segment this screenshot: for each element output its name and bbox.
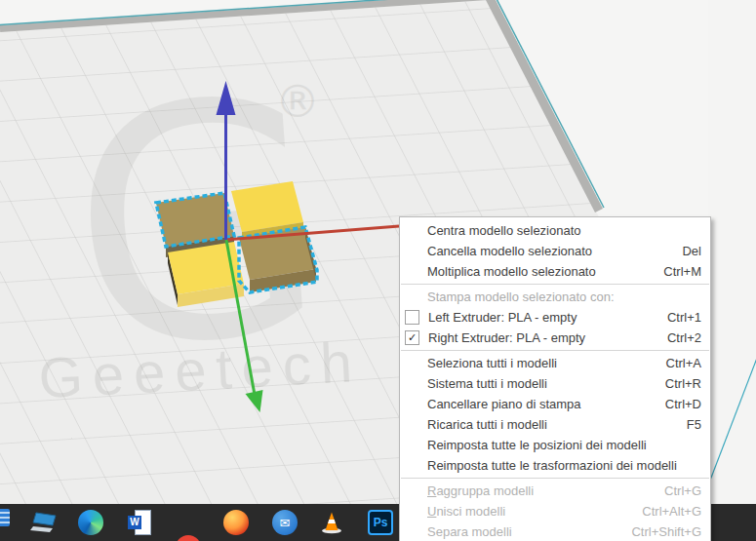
menu-item-label: Centra modello selezionato <box>427 223 581 238</box>
menu-item-label: Separa modelli <box>427 524 512 539</box>
firefox-icon[interactable] <box>223 510 249 535</box>
menu-item-shortcut: Ctrl+Alt+G <box>624 504 701 519</box>
menu-item-right-extruder[interactable]: ✓ Right Extruder: PLA - empty Ctrl+2 <box>400 328 710 348</box>
menu-item-shortcut: F5 <box>669 417 701 432</box>
menu-item-label: Sistema tutti i modelli <box>427 376 547 391</box>
start-button-icon[interactable] <box>0 509 10 526</box>
menu-item-shortcut: Ctrl+1 <box>650 310 701 325</box>
menu-item-shortcut: Del <box>664 244 701 258</box>
menu-item-multiply-model[interactable]: Moltiplica modello selezionato Ctrl+M <box>400 261 710 282</box>
menu-separator <box>401 284 709 285</box>
menu-item-clear-plate[interactable]: Cancellare piano di stampa Ctrl+D <box>400 394 710 414</box>
menu-item-merge-models: Unisci modelli Ctrl+Alt+G <box>400 501 710 522</box>
menu-item-shortcut: Ctrl+M <box>646 264 701 279</box>
menu-separator <box>401 478 709 479</box>
mail-icon[interactable]: ✉ <box>272 510 298 535</box>
menu-item-label: Cancella modello selezionato <box>427 244 592 258</box>
menu-item-label: Reimposta tutte le posizioni dei modelli <box>427 438 647 452</box>
menu-item-label: Right Extruder: PLA - empty <box>428 330 585 345</box>
menu-separator <box>401 350 709 351</box>
menu-item-select-all[interactable]: Seleziona tutti i modelli Ctrl+A <box>400 353 710 373</box>
menu-header-label: Stampa modello selezionato con: <box>427 290 615 304</box>
menu-item-center-model[interactable]: Centra modello selezionato <box>400 220 710 241</box>
menu-item-reload-all[interactable]: Ricarica tutti i modelli F5 <box>400 414 710 435</box>
menu-item-label: Moltiplica modello selezionato <box>427 264 596 279</box>
menu-item-shortcut: Ctrl+R <box>648 376 701 391</box>
menu-item-left-extruder[interactable]: Left Extruder: PLA - empty Ctrl+1 <box>400 307 710 328</box>
menu-item-delete-model[interactable]: Cancella modello selezionato Del <box>400 241 710 261</box>
menu-item-shortcut: Ctrl+G <box>647 483 701 498</box>
checkbox-unchecked[interactable] <box>405 310 419 325</box>
menu-item-arrange-all[interactable]: Sistema tutti i modelli Ctrl+R <box>400 373 710 394</box>
checkbox-checked[interactable]: ✓ <box>405 330 419 345</box>
word-letter: W <box>128 516 141 529</box>
menu-item-group-models: Raggruppa modelli Ctrl+G <box>400 481 710 501</box>
menu-item-label: Reimposta tutte le trasformazioni dei mo… <box>427 458 677 473</box>
menu-item-shortcut: Ctrl+2 <box>650 330 701 345</box>
menu-item-label: Seleziona tutti i modelli <box>427 356 557 370</box>
menu-item-label: Ricarica tutti i modelli <box>427 417 547 432</box>
menu-item-reset-positions[interactable]: Reimposta tutte le posizioni dei modelli <box>400 435 710 455</box>
menu-item-shortcut: Ctrl+Shift+G <box>614 524 701 539</box>
menu-item-label: Raggruppa modelli <box>427 483 534 498</box>
menu-item-shortcut: Ctrl+D <box>648 397 701 411</box>
menu-item-reset-transformations[interactable]: Reimposta tutte le trasformazioni dei mo… <box>400 455 710 476</box>
menu-item-split-models: Separa modelli Ctrl+Shift+G <box>400 522 710 541</box>
watermark-registered-icon: ® <box>275 75 320 128</box>
menu-item-label: Cancellare piano di stampa <box>427 397 581 411</box>
edge-icon[interactable] <box>78 510 103 535</box>
menu-item-label: Left Extruder: PLA - empty <box>428 310 577 325</box>
menu-item-shortcut: Ctrl+A <box>649 356 701 370</box>
menu-header-print-with: Stampa modello selezionato con: <box>400 287 710 307</box>
file-explorer-icon[interactable] <box>29 510 55 535</box>
word-icon[interactable]: W <box>128 510 151 535</box>
vlc-icon[interactable] <box>319 510 344 535</box>
offplate-background <box>708 0 756 541</box>
chrome-icon[interactable] <box>176 535 201 541</box>
menu-item-label: Unisci modelli <box>427 504 505 519</box>
context-menu: Centra modello selezionato Cancella mode… <box>399 216 711 541</box>
envelope-glyph: ✉ <box>280 516 291 530</box>
photoshop-icon[interactable]: Ps <box>368 510 393 535</box>
